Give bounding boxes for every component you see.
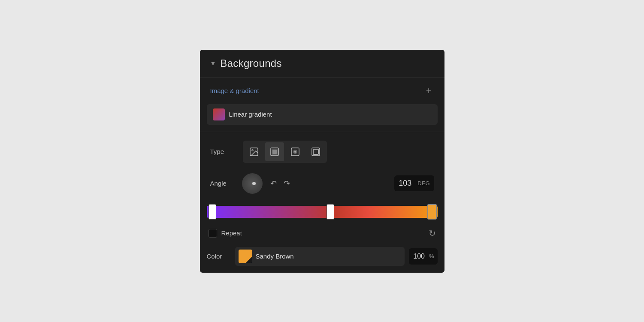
angle-unit: DEG [416, 177, 434, 190]
repeat-row: Repeat ↻ [200, 225, 444, 244]
color-swatch-button[interactable]: Sandy Brown [235, 247, 405, 266]
angle-dot [252, 182, 256, 185]
chevron-icon: ▼ [210, 60, 216, 67]
color-swatch [239, 250, 252, 263]
angle-label: Angle [210, 180, 236, 187]
color-swatch-corner [245, 256, 252, 263]
gradient-preview-row: Linear gradient [200, 102, 444, 130]
gradient-stop-mid[interactable] [327, 204, 334, 220]
panel-title: Backgrounds [220, 57, 281, 69]
type-btn-linear[interactable] [265, 142, 284, 161]
type-btn-radial[interactable] [286, 142, 305, 161]
gradient-item[interactable]: Linear gradient [207, 104, 438, 125]
type-btn-conic[interactable] [306, 142, 325, 161]
type-buttons [243, 141, 327, 163]
divider [200, 132, 444, 132]
gradient-stop-end[interactable] [427, 204, 437, 220]
repeat-checkbox[interactable] [209, 229, 217, 238]
color-label: Color [207, 253, 231, 260]
angle-controls: ↶ ↷ [269, 177, 292, 190]
section-row: Image & gradient + [200, 78, 444, 102]
type-btn-image[interactable] [245, 142, 263, 161]
gradient-thumbnail [213, 108, 225, 120]
gradient-bar-row [200, 201, 444, 225]
angle-dial[interactable] [242, 173, 263, 194]
opacity-box: 100 % [409, 248, 437, 265]
gradient-name: Linear gradient [229, 111, 272, 118]
angle-row: Angle ↶ ↷ 103 DEG [200, 170, 444, 201]
backgrounds-panel: ▼ Backgrounds Image & gradient + Linear … [200, 50, 444, 273]
opacity-value[interactable]: 100 [409, 251, 429, 262]
type-label: Type [210, 148, 236, 155]
redo-angle-button[interactable]: ↷ [282, 177, 292, 190]
color-name: Sandy Brown [256, 253, 294, 260]
angle-value[interactable]: 103 [394, 175, 416, 191]
angle-value-box: 103 DEG [394, 175, 434, 191]
panel-header: ▼ Backgrounds [200, 50, 444, 78]
color-row: Color Sandy Brown 100 % [200, 244, 444, 273]
undo-angle-button[interactable]: ↶ [269, 177, 278, 190]
svg-point-7 [294, 151, 296, 153]
gradient-bar [207, 206, 438, 218]
repeat-label: Repeat [221, 229, 242, 237]
type-row: Type [200, 134, 444, 170]
add-gradient-button[interactable]: + [423, 85, 434, 96]
opacity-unit: % [429, 251, 438, 261]
section-label: Image & gradient [210, 87, 259, 94]
gradient-stop-start[interactable] [209, 204, 216, 220]
repeat-sync-button[interactable]: ↻ [429, 228, 436, 238]
svg-rect-4 [272, 150, 277, 154]
gradient-bar-container[interactable] [207, 204, 438, 220]
svg-rect-9 [313, 149, 318, 154]
svg-point-1 [252, 150, 253, 151]
